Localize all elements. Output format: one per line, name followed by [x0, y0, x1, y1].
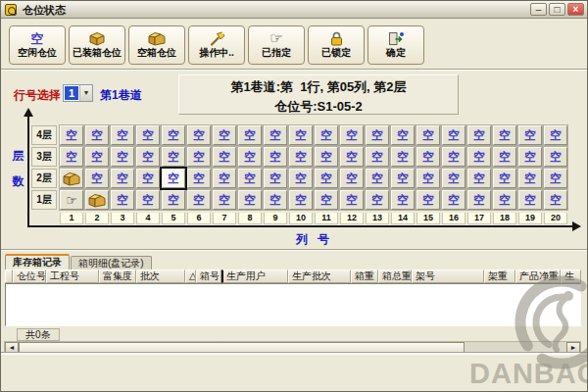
slot-cell-empty[interactable]: 空	[416, 169, 440, 188]
slot-cell-open-box[interactable]	[85, 190, 109, 210]
slot-cell-empty[interactable]: 空	[467, 190, 491, 210]
slot-cell-empty[interactable]: 空	[467, 169, 491, 188]
slot-cell-selected[interactable]: 空	[162, 169, 185, 188]
column-header[interactable]: 架号	[412, 270, 484, 283]
minimize-icon[interactable]: –	[530, 3, 547, 16]
close-icon[interactable]: ×	[567, 3, 584, 16]
slot-cell-empty[interactable]: 空	[366, 190, 389, 210]
slot-cell-empty[interactable]: 空	[213, 169, 236, 188]
slot-cell-empty[interactable]: 空	[391, 190, 415, 210]
slot-cell-empty[interactable]: 空	[60, 125, 83, 145]
column-header[interactable]: 批次	[136, 270, 185, 283]
slot-cell-empty[interactable]: 空	[213, 190, 236, 210]
slot-cell-empty[interactable]: 空	[264, 147, 287, 167]
toolbar-button-locked[interactable]: 已锁定	[308, 25, 365, 65]
slot-cell-empty[interactable]: 空	[315, 147, 338, 167]
column-header[interactable]: 工程号	[46, 270, 99, 283]
slot-cell-empty[interactable]: 空	[111, 147, 134, 167]
slot-cell-empty[interactable]: 空	[111, 169, 134, 188]
column-header[interactable]: △	[185, 270, 196, 283]
slot-cell-empty[interactable]: 空	[85, 147, 109, 167]
slot-cell-empty[interactable]: 空	[238, 125, 262, 145]
slot-cell-empty[interactable]: 空	[136, 169, 160, 188]
column-header[interactable]: 架重	[484, 270, 515, 283]
slot-cell-empty[interactable]: 空	[213, 147, 236, 167]
slot-cell-empty[interactable]: 空	[136, 147, 160, 167]
slot-cell-empty[interactable]: 空	[85, 125, 109, 145]
slot-cell-empty[interactable]: 空	[442, 169, 466, 188]
slot-cell-empty[interactable]: 空	[366, 169, 389, 188]
column-header[interactable]: 生产用户	[221, 270, 288, 283]
toolbar-button-designated[interactable]: ☞已指定	[248, 25, 305, 65]
slot-cell-empty[interactable]: 空	[213, 125, 236, 145]
slot-cell-empty[interactable]: 空	[467, 125, 491, 145]
maximize-icon[interactable]: □	[549, 3, 565, 16]
column-header[interactable]: 富集度	[99, 270, 136, 283]
slot-cell-empty[interactable]: 空	[162, 125, 185, 145]
toolbar-button-boxed-slot[interactable]: 已装箱仓位	[69, 25, 125, 65]
slot-cell-empty[interactable]: 空	[544, 147, 567, 167]
slot-cell-hand[interactable]: ☞	[60, 190, 83, 210]
column-header[interactable]: 箱重	[351, 270, 378, 283]
slot-cell-empty[interactable]: 空	[289, 147, 313, 167]
slot-cell-empty[interactable]: 空	[187, 147, 211, 167]
slot-cell-empty[interactable]: 空	[238, 190, 262, 210]
column-header[interactable]	[5, 270, 13, 283]
column-header[interactable]: 箱号	[196, 270, 221, 283]
slot-cell-empty[interactable]: 空	[518, 147, 542, 167]
slot-cell-empty[interactable]: 空	[187, 190, 211, 210]
chevron-down-icon[interactable]: ▼	[79, 85, 92, 101]
slot-cell-empty[interactable]: 空	[315, 125, 338, 145]
slot-cell-empty[interactable]: 空	[391, 147, 415, 167]
slot-cell-empty[interactable]: 空	[340, 169, 364, 188]
slot-cell-empty[interactable]: 空	[111, 125, 134, 145]
slot-cell-empty[interactable]: 空	[493, 147, 516, 167]
row-select-dropdown[interactable]: 1 ▼	[63, 84, 93, 102]
slot-cell-empty[interactable]: 空	[85, 169, 109, 188]
slot-cell-empty[interactable]: 空	[493, 190, 516, 210]
slot-cell-empty[interactable]: 空	[238, 169, 262, 188]
slot-cell-empty[interactable]: 空	[162, 147, 185, 167]
slot-cell-empty[interactable]: 空	[518, 190, 542, 210]
slot-cell-empty[interactable]: 空	[315, 169, 338, 188]
slot-cell-empty[interactable]: 空	[340, 125, 364, 145]
slot-cell-empty[interactable]: 空	[136, 125, 160, 145]
slot-cell-open-box[interactable]	[60, 169, 83, 188]
slot-cell-empty[interactable]: 空	[442, 190, 466, 210]
toolbar-button-confirm[interactable]: 确定	[368, 25, 424, 65]
slot-cell-empty[interactable]: 空	[416, 190, 440, 210]
tab-2[interactable]: 箱明细(盘记录)	[71, 256, 152, 270]
slot-cell-empty[interactable]: 空	[493, 169, 516, 188]
slot-cell-empty[interactable]: 空	[340, 190, 364, 210]
column-header[interactable]: 产品净重	[515, 270, 561, 283]
slot-cell-empty[interactable]: 空	[442, 147, 466, 167]
slot-cell-empty[interactable]: 空	[340, 147, 364, 167]
slot-cell-empty[interactable]: 空	[315, 190, 338, 210]
slot-cell-empty[interactable]: 空	[238, 147, 262, 167]
toolbar-button-operating[interactable]: 操作中..	[188, 25, 245, 65]
toolbar-button-free-slot[interactable]: 空空闲仓位	[9, 25, 66, 65]
slot-cell-empty[interactable]: 空	[60, 147, 83, 167]
slot-cell-empty[interactable]: 空	[416, 125, 440, 145]
slot-cell-empty[interactable]: 空	[544, 169, 567, 188]
slot-cell-empty[interactable]: 空	[416, 147, 440, 167]
slot-cell-empty[interactable]: 空	[366, 147, 389, 167]
slot-cell-empty[interactable]: 空	[264, 125, 287, 145]
slot-cell-empty[interactable]: 空	[544, 190, 567, 210]
slot-cell-empty[interactable]: 空	[264, 190, 287, 210]
slot-cell-empty[interactable]: 空	[518, 169, 542, 188]
slot-cell-empty[interactable]: 空	[442, 125, 466, 145]
column-header[interactable]: 生产批次	[288, 270, 351, 283]
slot-cell-empty[interactable]: 空	[162, 190, 185, 210]
slot-cell-empty[interactable]: 空	[289, 125, 313, 145]
slot-cell-empty[interactable]: 空	[391, 169, 415, 188]
toolbar-button-empty-box-slot[interactable]: 空箱仓位	[128, 25, 185, 65]
slot-cell-empty[interactable]: 空	[289, 190, 313, 210]
slot-cell-empty[interactable]: 空	[187, 125, 211, 145]
slot-cell-empty[interactable]: 空	[518, 125, 542, 145]
slot-cell-empty[interactable]: 空	[544, 125, 567, 145]
tab-1[interactable]: 库存箱记录	[5, 254, 70, 270]
slot-cell-empty[interactable]: 空	[111, 190, 134, 210]
slot-cell-empty[interactable]: 空	[366, 125, 389, 145]
slot-cell-empty[interactable]: 空	[264, 169, 287, 188]
